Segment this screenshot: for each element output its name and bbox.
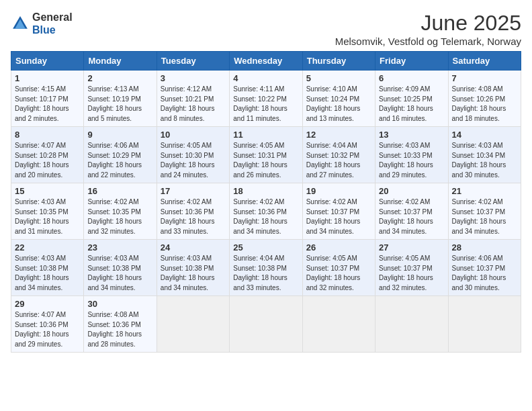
week-row-1: 1Sunrise: 4:15 AM Sunset: 10:17 PM Dayli… <box>11 71 521 127</box>
day-number: 26 <box>306 242 371 253</box>
week-row-4: 22Sunrise: 4:03 AM Sunset: 10:38 PM Dayl… <box>11 240 521 296</box>
day-info: Sunrise: 4:04 AM Sunset: 10:32 PM Daylig… <box>306 141 371 180</box>
calendar-cell: 3Sunrise: 4:12 AM Sunset: 10:21 PM Dayli… <box>157 71 229 127</box>
logo-line2: Blue <box>32 24 73 36</box>
day-info: Sunrise: 4:08 AM Sunset: 10:36 PM Daylig… <box>87 310 152 349</box>
week-row-2: 8Sunrise: 4:07 AM Sunset: 10:28 PM Dayli… <box>11 127 521 183</box>
day-number: 8 <box>15 130 80 140</box>
header-thursday: Thursday <box>302 52 375 71</box>
day-number: 9 <box>87 130 152 140</box>
weekday-header-row: SundayMondayTuesdayWednesdayThursdayFrid… <box>11 52 521 71</box>
calendar-cell: 6Sunrise: 4:09 AM Sunset: 10:25 PM Dayli… <box>375 71 448 127</box>
calendar-cell: 1Sunrise: 4:15 AM Sunset: 10:17 PM Dayli… <box>11 71 84 127</box>
day-info: Sunrise: 4:02 AM Sunset: 10:37 PM Daylig… <box>379 197 444 236</box>
day-info: Sunrise: 4:05 AM Sunset: 10:30 PM Daylig… <box>161 141 226 180</box>
day-info: Sunrise: 4:11 AM Sunset: 10:22 PM Daylig… <box>233 85 298 124</box>
day-number: 1 <box>15 73 80 83</box>
day-info: Sunrise: 4:05 AM Sunset: 10:37 PM Daylig… <box>379 254 444 293</box>
day-number: 7 <box>452 73 517 83</box>
day-info: Sunrise: 4:13 AM Sunset: 10:19 PM Daylig… <box>87 85 152 124</box>
day-info: Sunrise: 4:03 AM Sunset: 10:38 PM Daylig… <box>161 254 226 293</box>
calendar-cell: 22Sunrise: 4:03 AM Sunset: 10:38 PM Dayl… <box>11 240 84 296</box>
calendar-cell: 5Sunrise: 4:10 AM Sunset: 10:24 PM Dayli… <box>302 71 375 127</box>
calendar-cell <box>302 296 375 353</box>
day-number: 14 <box>452 130 517 140</box>
day-info: Sunrise: 4:15 AM Sunset: 10:17 PM Daylig… <box>15 85 80 124</box>
calendar-cell: 21Sunrise: 4:02 AM Sunset: 10:37 PM Dayl… <box>448 183 521 240</box>
calendar-cell: 23Sunrise: 4:03 AM Sunset: 10:38 PM Dayl… <box>84 240 157 296</box>
page-header: General Blue June 2025 Melsomvik, Vestfo… <box>11 11 521 47</box>
calendar-cell: 4Sunrise: 4:11 AM Sunset: 10:22 PM Dayli… <box>230 71 302 127</box>
day-number: 6 <box>379 73 444 83</box>
calendar-cell: 11Sunrise: 4:05 AM Sunset: 10:31 PM Dayl… <box>230 127 302 183</box>
day-number: 23 <box>87 242 152 253</box>
day-info: Sunrise: 4:03 AM Sunset: 10:38 PM Daylig… <box>87 254 152 293</box>
calendar-table: SundayMondayTuesdayWednesdayThursdayFrid… <box>11 51 521 353</box>
calendar-cell: 19Sunrise: 4:02 AM Sunset: 10:37 PM Dayl… <box>302 183 375 240</box>
day-info: Sunrise: 4:08 AM Sunset: 10:26 PM Daylig… <box>452 85 517 124</box>
header-sunday: Sunday <box>11 52 84 71</box>
day-info: Sunrise: 4:06 AM Sunset: 10:29 PM Daylig… <box>87 141 152 180</box>
calendar-title: June 2025 <box>335 11 521 36</box>
day-info: Sunrise: 4:03 AM Sunset: 10:38 PM Daylig… <box>15 254 80 293</box>
calendar-cell: 14Sunrise: 4:03 AM Sunset: 10:34 PM Dayl… <box>448 127 521 183</box>
day-number: 10 <box>161 130 226 140</box>
day-number: 16 <box>87 186 152 196</box>
day-info: Sunrise: 4:06 AM Sunset: 10:37 PM Daylig… <box>452 254 517 293</box>
day-number: 21 <box>452 186 517 196</box>
calendar-cell: 10Sunrise: 4:05 AM Sunset: 10:30 PM Dayl… <box>157 127 229 183</box>
day-number: 29 <box>15 299 80 309</box>
header-monday: Monday <box>84 52 157 71</box>
day-number: 19 <box>306 186 371 196</box>
day-info: Sunrise: 4:05 AM Sunset: 10:31 PM Daylig… <box>233 141 298 180</box>
logo-line1: General <box>32 11 73 24</box>
day-info: Sunrise: 4:12 AM Sunset: 10:21 PM Daylig… <box>161 85 226 124</box>
day-number: 18 <box>233 186 298 196</box>
day-number: 17 <box>161 186 226 196</box>
title-block: June 2025 Melsomvik, Vestfold og Telemar… <box>335 11 521 47</box>
day-number: 24 <box>161 242 226 253</box>
header-friday: Friday <box>375 52 448 71</box>
day-info: Sunrise: 4:03 AM Sunset: 10:34 PM Daylig… <box>452 141 517 180</box>
day-info: Sunrise: 4:05 AM Sunset: 10:37 PM Daylig… <box>306 254 371 293</box>
header-wednesday: Wednesday <box>230 52 302 71</box>
calendar-cell: 26Sunrise: 4:05 AM Sunset: 10:37 PM Dayl… <box>302 240 375 296</box>
day-number: 5 <box>306 73 371 83</box>
calendar-cell: 29Sunrise: 4:07 AM Sunset: 10:36 PM Dayl… <box>11 296 84 353</box>
calendar-cell <box>375 296 448 353</box>
day-number: 25 <box>233 242 298 253</box>
day-info: Sunrise: 4:07 AM Sunset: 10:28 PM Daylig… <box>15 141 80 180</box>
calendar-cell <box>448 296 521 353</box>
logo: General Blue <box>11 11 73 36</box>
day-info: Sunrise: 4:02 AM Sunset: 10:36 PM Daylig… <box>233 197 298 236</box>
calendar-cell <box>230 296 302 353</box>
day-number: 2 <box>87 73 152 83</box>
calendar-cell: 16Sunrise: 4:02 AM Sunset: 10:35 PM Dayl… <box>84 183 157 240</box>
calendar-cell: 20Sunrise: 4:02 AM Sunset: 10:37 PM Dayl… <box>375 183 448 240</box>
day-info: Sunrise: 4:02 AM Sunset: 10:37 PM Daylig… <box>306 197 371 236</box>
header-tuesday: Tuesday <box>157 52 229 71</box>
calendar-cell: 9Sunrise: 4:06 AM Sunset: 10:29 PM Dayli… <box>84 127 157 183</box>
calendar-cell: 27Sunrise: 4:05 AM Sunset: 10:37 PM Dayl… <box>375 240 448 296</box>
day-number: 28 <box>452 242 517 253</box>
day-number: 11 <box>233 130 298 140</box>
day-info: Sunrise: 4:02 AM Sunset: 10:35 PM Daylig… <box>87 197 152 236</box>
calendar-cell: 28Sunrise: 4:06 AM Sunset: 10:37 PM Dayl… <box>448 240 521 296</box>
day-info: Sunrise: 4:02 AM Sunset: 10:37 PM Daylig… <box>452 197 517 236</box>
day-number: 4 <box>233 73 298 83</box>
day-number: 30 <box>87 299 152 309</box>
day-info: Sunrise: 4:03 AM Sunset: 10:33 PM Daylig… <box>379 141 444 180</box>
header-saturday: Saturday <box>448 52 521 71</box>
day-info: Sunrise: 4:02 AM Sunset: 10:36 PM Daylig… <box>161 197 226 236</box>
day-info: Sunrise: 4:09 AM Sunset: 10:25 PM Daylig… <box>379 85 444 124</box>
day-number: 13 <box>379 130 444 140</box>
day-info: Sunrise: 4:04 AM Sunset: 10:38 PM Daylig… <box>233 254 298 293</box>
calendar-cell: 7Sunrise: 4:08 AM Sunset: 10:26 PM Dayli… <box>448 71 521 127</box>
calendar-cell <box>157 296 229 353</box>
calendar-cell: 12Sunrise: 4:04 AM Sunset: 10:32 PM Dayl… <box>302 127 375 183</box>
calendar-cell: 24Sunrise: 4:03 AM Sunset: 10:38 PM Dayl… <box>157 240 229 296</box>
day-info: Sunrise: 4:07 AM Sunset: 10:36 PM Daylig… <box>15 310 80 349</box>
calendar-cell: 30Sunrise: 4:08 AM Sunset: 10:36 PM Dayl… <box>84 296 157 353</box>
calendar-cell: 15Sunrise: 4:03 AM Sunset: 10:35 PM Dayl… <box>11 183 84 240</box>
calendar-cell: 18Sunrise: 4:02 AM Sunset: 10:36 PM Dayl… <box>230 183 302 240</box>
